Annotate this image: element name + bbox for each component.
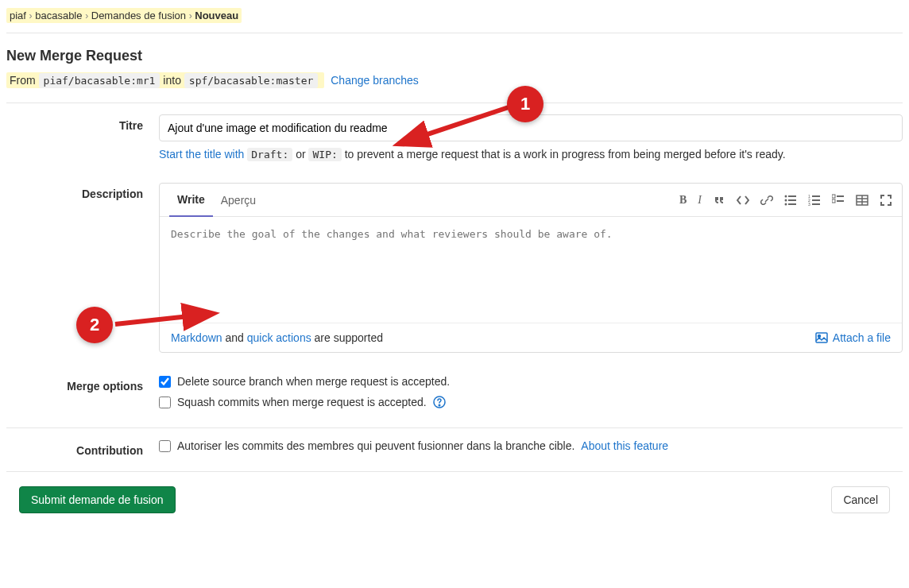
svg-rect-20 bbox=[816, 333, 827, 342]
tab-preview[interactable]: Aperçu bbox=[213, 184, 264, 216]
italic-icon[interactable]: I bbox=[698, 194, 702, 207]
allow-commits-label: Autoriser les commits des membres qui pe… bbox=[177, 439, 574, 452]
breadcrumb-item-bacasable[interactable]: bacasable bbox=[35, 10, 82, 21]
chevron-right-icon: › bbox=[85, 10, 88, 21]
quote-icon[interactable] bbox=[713, 194, 725, 207]
markdown-link[interactable]: Markdown bbox=[171, 331, 222, 344]
attach-file-button[interactable]: Attach a file bbox=[815, 331, 891, 344]
breadcrumb: piaf › bacasable › Demandes de fusion › … bbox=[6, 6, 903, 33]
wip-code: WIP: bbox=[308, 148, 341, 161]
title-hint-link[interactable]: Start the title with bbox=[159, 148, 244, 161]
title-hint: Start the title with Draft: or WIP: to p… bbox=[159, 148, 903, 161]
svg-rect-1 bbox=[788, 195, 796, 197]
tab-write[interactable]: Write bbox=[169, 184, 213, 217]
delete-source-label: Delete source branch when merge request … bbox=[177, 375, 450, 388]
svg-rect-3 bbox=[788, 199, 796, 201]
contribution-label: Contribution bbox=[6, 439, 159, 460]
table-icon[interactable] bbox=[856, 194, 868, 207]
svg-rect-13 bbox=[837, 195, 844, 197]
allow-commits-checkbox[interactable] bbox=[159, 440, 171, 452]
bullet-list-icon[interactable] bbox=[784, 194, 797, 207]
fullscreen-icon[interactable] bbox=[880, 194, 892, 207]
quick-actions-link[interactable]: quick actions bbox=[247, 331, 311, 344]
task-list-icon[interactable] bbox=[832, 194, 845, 207]
cancel-button[interactable]: Cancel bbox=[831, 486, 890, 513]
svg-point-23 bbox=[439, 404, 440, 406]
numbered-list-icon[interactable]: 123 bbox=[808, 194, 821, 207]
code-icon[interactable] bbox=[737, 194, 749, 207]
svg-point-0 bbox=[785, 195, 787, 197]
breadcrumb-item-current: Nouveau bbox=[195, 10, 238, 21]
chevron-right-icon: › bbox=[29, 10, 33, 21]
breadcrumb-item-demandes[interactable]: Demandes de fusion bbox=[91, 10, 186, 21]
submit-button[interactable]: Submit demande de fusion bbox=[19, 486, 176, 513]
about-feature-link[interactable]: About this feature bbox=[581, 439, 668, 452]
svg-point-2 bbox=[785, 199, 787, 201]
svg-rect-15 bbox=[837, 200, 844, 202]
svg-rect-9 bbox=[812, 199, 820, 201]
svg-text:3: 3 bbox=[808, 202, 810, 207]
into-branch: spf/bacasable:master bbox=[184, 73, 319, 88]
svg-rect-5 bbox=[788, 203, 796, 205]
svg-rect-7 bbox=[812, 195, 820, 197]
branch-info: From piaf/bacasable:mr1 into spf/bacasab… bbox=[6, 74, 903, 87]
description-label: Description bbox=[6, 183, 159, 353]
chevron-right-icon: › bbox=[189, 10, 192, 21]
bold-icon[interactable]: B bbox=[679, 194, 687, 207]
editor-footer-hint: Markdown and quick actions are supported bbox=[171, 331, 383, 344]
svg-rect-11 bbox=[812, 203, 820, 205]
delete-source-checkbox[interactable] bbox=[159, 376, 171, 388]
image-icon bbox=[815, 331, 828, 344]
svg-rect-12 bbox=[832, 195, 835, 198]
description-textarea[interactable] bbox=[160, 217, 902, 320]
svg-point-4 bbox=[785, 203, 787, 205]
description-editor: Write Aperçu B I bbox=[159, 183, 903, 353]
draft-code: Draft: bbox=[247, 148, 292, 161]
breadcrumb-item-piaf[interactable]: piaf bbox=[10, 10, 26, 21]
page-title: New Merge Request bbox=[6, 48, 903, 64]
into-label: into bbox=[163, 74, 181, 87]
from-branch: piaf/bacasable:mr1 bbox=[39, 73, 161, 88]
svg-rect-14 bbox=[832, 199, 835, 203]
squash-commits-checkbox[interactable] bbox=[159, 397, 171, 408]
help-icon[interactable] bbox=[433, 396, 446, 408]
title-label: Titre bbox=[6, 114, 159, 161]
change-branches-link[interactable]: Change branches bbox=[331, 74, 419, 87]
title-input[interactable] bbox=[159, 114, 903, 141]
squash-commits-label: Squash commits when merge request is acc… bbox=[177, 396, 427, 408]
link-icon[interactable] bbox=[760, 194, 773, 207]
merge-options-label: Merge options bbox=[6, 375, 159, 416]
from-label: From bbox=[10, 74, 36, 87]
